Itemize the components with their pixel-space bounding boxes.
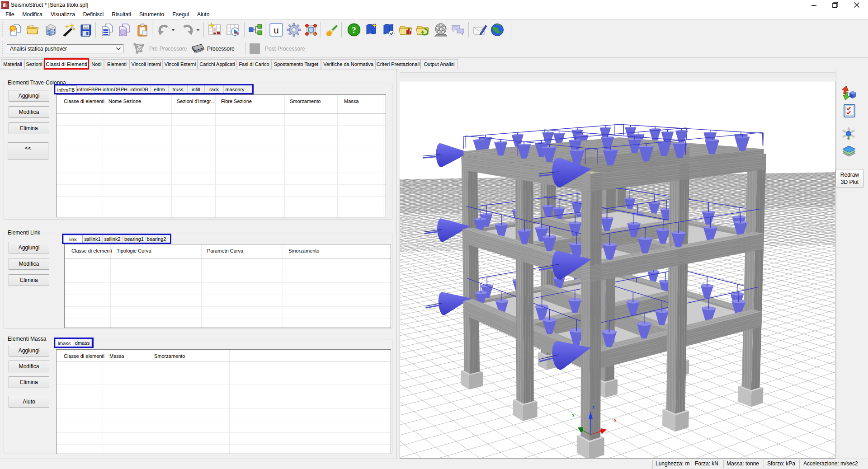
svg-text:x: x [614, 418, 617, 422]
svg-text:?: ? [352, 25, 356, 35]
svg-text:z: z [593, 405, 595, 409]
svg-text:u: u [274, 25, 278, 35]
svg-text:y: y [572, 413, 575, 417]
